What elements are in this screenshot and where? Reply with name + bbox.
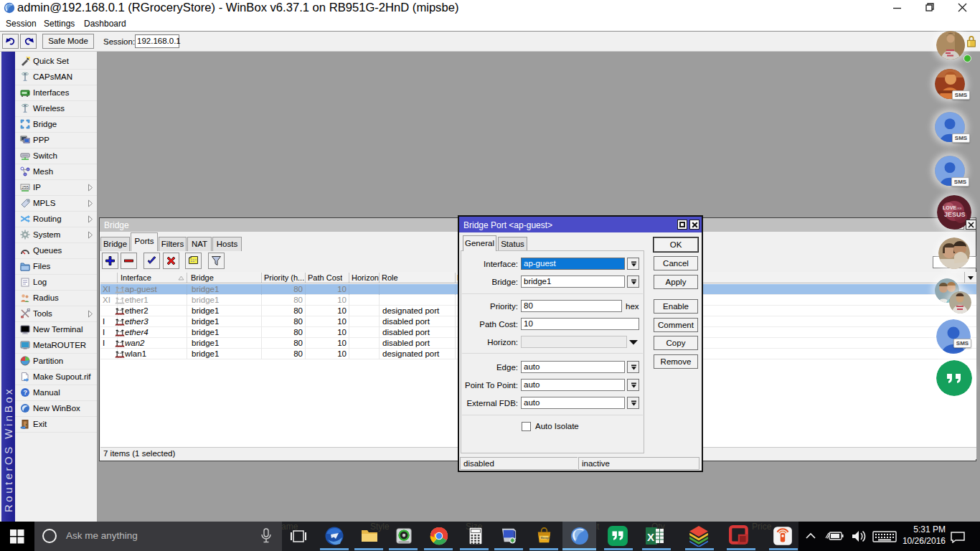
svg-text:X: X: [647, 531, 654, 543]
svg-text:255: 255: [22, 185, 29, 189]
svg-text:Manager: Manager: [541, 537, 551, 540]
svg-text:?: ?: [23, 389, 27, 396]
svg-text:JESUS: JESUS: [944, 211, 966, 218]
svg-text:LOVE: LOVE: [943, 205, 956, 210]
svg-text:LIKE: LIKE: [956, 207, 962, 210]
